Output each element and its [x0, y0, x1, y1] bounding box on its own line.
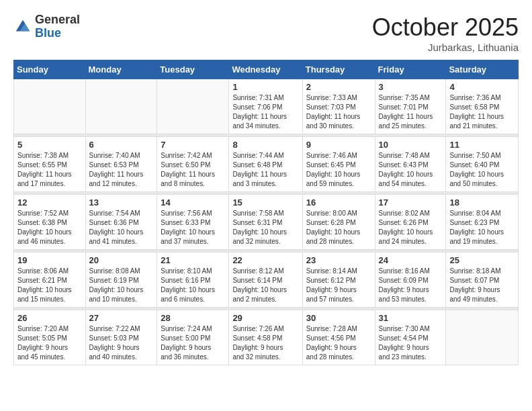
day-info: Sunrise: 7:24 AM Sunset: 5:00 PM Dayligh…: [161, 324, 225, 362]
day-number: 22: [232, 255, 298, 265]
calendar-day-cell: 6Sunrise: 7:40 AM Sunset: 6:53 PM Daylig…: [85, 137, 157, 192]
calendar-day-cell: [157, 79, 229, 134]
day-info: Sunrise: 8:06 AM Sunset: 6:21 PM Dayligh…: [17, 267, 82, 304]
weekday-header-thursday: Thursday: [302, 60, 375, 79]
calendar-day-cell: 28Sunrise: 7:24 AM Sunset: 5:00 PM Dayli…: [157, 310, 229, 365]
day-number: 7: [161, 140, 225, 150]
day-number: 26: [17, 313, 82, 323]
day-info: Sunrise: 7:30 AM Sunset: 4:54 PM Dayligh…: [379, 324, 443, 362]
calendar-week-row: 5Sunrise: 7:38 AM Sunset: 6:55 PM Daylig…: [14, 137, 519, 192]
day-number: 21: [161, 255, 225, 265]
day-info: Sunrise: 7:26 AM Sunset: 4:58 PM Dayligh…: [232, 324, 298, 362]
day-info: Sunrise: 7:40 AM Sunset: 6:53 PM Dayligh…: [89, 151, 154, 189]
day-info: Sunrise: 7:44 AM Sunset: 6:48 PM Dayligh…: [232, 151, 298, 189]
day-number: 19: [17, 255, 82, 265]
logo-icon: [13, 17, 32, 36]
calendar-day-cell: 8Sunrise: 7:44 AM Sunset: 6:48 PM Daylig…: [229, 137, 302, 192]
logo-general-text: General: [35, 13, 80, 26]
day-info: Sunrise: 7:36 AM Sunset: 6:58 PM Dayligh…: [449, 93, 515, 131]
calendar-day-cell: 11Sunrise: 7:50 AM Sunset: 6:40 PM Dayli…: [446, 137, 519, 192]
calendar-week-row: 26Sunrise: 7:20 AM Sunset: 5:05 PM Dayli…: [14, 310, 519, 365]
day-number: 4: [449, 82, 515, 92]
day-number: 16: [306, 197, 371, 208]
day-number: 17: [379, 197, 443, 208]
day-number: 20: [89, 255, 154, 265]
calendar-day-cell: 26Sunrise: 7:20 AM Sunset: 5:05 PM Dayli…: [14, 310, 86, 365]
day-info: Sunrise: 7:48 AM Sunset: 6:43 PM Dayligh…: [379, 151, 443, 189]
day-number: 23: [306, 255, 371, 265]
day-number: 27: [89, 313, 154, 323]
calendar-day-cell: 21Sunrise: 8:10 AM Sunset: 6:16 PM Dayli…: [157, 253, 229, 308]
day-number: 31: [379, 313, 443, 323]
day-number: 1: [232, 82, 298, 92]
day-info: Sunrise: 8:12 AM Sunset: 6:14 PM Dayligh…: [232, 267, 298, 304]
day-info: Sunrise: 7:22 AM Sunset: 5:03 PM Dayligh…: [89, 324, 154, 362]
day-info: Sunrise: 7:50 AM Sunset: 6:40 PM Dayligh…: [449, 151, 515, 189]
day-number: 24: [379, 255, 443, 265]
calendar-day-cell: [446, 310, 519, 365]
day-number: 8: [232, 140, 298, 150]
calendar-day-cell: 10Sunrise: 7:48 AM Sunset: 6:43 PM Dayli…: [375, 137, 446, 192]
day-number: 13: [89, 197, 154, 208]
calendar-day-cell: 17Sunrise: 8:02 AM Sunset: 6:26 PM Dayli…: [375, 195, 446, 250]
day-info: Sunrise: 7:35 AM Sunset: 7:01 PM Dayligh…: [379, 93, 443, 131]
calendar-week-row: 1Sunrise: 7:31 AM Sunset: 7:06 PM Daylig…: [14, 79, 519, 134]
weekday-header-sunday: Sunday: [14, 60, 86, 79]
day-number: 2: [306, 82, 371, 92]
day-number: 25: [449, 255, 515, 265]
day-number: 11: [449, 140, 515, 150]
day-info: Sunrise: 7:38 AM Sunset: 6:55 PM Dayligh…: [17, 151, 82, 189]
day-info: Sunrise: 8:18 AM Sunset: 6:07 PM Dayligh…: [449, 267, 515, 304]
calendar-day-cell: 15Sunrise: 7:58 AM Sunset: 6:31 PM Dayli…: [229, 195, 302, 250]
day-info: Sunrise: 8:02 AM Sunset: 6:26 PM Dayligh…: [379, 209, 443, 246]
calendar-day-cell: 13Sunrise: 7:54 AM Sunset: 6:36 PM Dayli…: [85, 195, 157, 250]
calendar-day-cell: 2Sunrise: 7:33 AM Sunset: 7:03 PM Daylig…: [302, 79, 375, 134]
day-number: 30: [306, 313, 371, 323]
weekday-header-monday: Monday: [85, 60, 157, 79]
calendar-day-cell: 18Sunrise: 8:04 AM Sunset: 6:23 PM Dayli…: [446, 195, 519, 250]
calendar-week-row: 12Sunrise: 7:52 AM Sunset: 6:38 PM Dayli…: [14, 195, 519, 250]
weekday-header-saturday: Saturday: [446, 60, 519, 79]
day-number: 9: [306, 140, 371, 150]
day-number: 10: [379, 140, 443, 150]
calendar-week-row: 19Sunrise: 8:06 AM Sunset: 6:21 PM Dayli…: [14, 253, 519, 308]
calendar-day-cell: 3Sunrise: 7:35 AM Sunset: 7:01 PM Daylig…: [375, 79, 446, 134]
calendar-day-cell: 20Sunrise: 8:08 AM Sunset: 6:19 PM Dayli…: [85, 253, 157, 308]
day-info: Sunrise: 7:56 AM Sunset: 6:33 PM Dayligh…: [161, 209, 225, 246]
calendar-day-cell: 23Sunrise: 8:14 AM Sunset: 6:12 PM Dayli…: [302, 253, 375, 308]
calendar-day-cell: 22Sunrise: 8:12 AM Sunset: 6:14 PM Dayli…: [229, 253, 302, 308]
calendar-day-cell: 9Sunrise: 7:46 AM Sunset: 6:45 PM Daylig…: [302, 137, 375, 192]
day-info: Sunrise: 7:54 AM Sunset: 6:36 PM Dayligh…: [89, 209, 154, 246]
calendar-day-cell: 19Sunrise: 8:06 AM Sunset: 6:21 PM Dayli…: [14, 253, 86, 308]
calendar-day-cell: 14Sunrise: 7:56 AM Sunset: 6:33 PM Dayli…: [157, 195, 229, 250]
calendar-day-cell: 31Sunrise: 7:30 AM Sunset: 4:54 PM Dayli…: [375, 310, 446, 365]
logo: General Blue: [13, 13, 80, 40]
day-number: 29: [232, 313, 298, 323]
calendar-day-cell: 5Sunrise: 7:38 AM Sunset: 6:55 PM Daylig…: [14, 137, 86, 192]
calendar-day-cell: [85, 79, 157, 134]
weekday-header-row: SundayMondayTuesdayWednesdayThursdayFrid…: [14, 60, 519, 79]
calendar-day-cell: 4Sunrise: 7:36 AM Sunset: 6:58 PM Daylig…: [446, 79, 519, 134]
calendar-day-cell: 16Sunrise: 8:00 AM Sunset: 6:28 PM Dayli…: [302, 195, 375, 250]
day-info: Sunrise: 8:00 AM Sunset: 6:28 PM Dayligh…: [306, 209, 371, 246]
day-info: Sunrise: 7:20 AM Sunset: 5:05 PM Dayligh…: [17, 324, 82, 362]
calendar-day-cell: 7Sunrise: 7:42 AM Sunset: 6:50 PM Daylig…: [157, 137, 229, 192]
calendar-day-cell: 27Sunrise: 7:22 AM Sunset: 5:03 PM Dayli…: [85, 310, 157, 365]
day-info: Sunrise: 8:16 AM Sunset: 6:09 PM Dayligh…: [379, 267, 443, 304]
day-info: Sunrise: 8:14 AM Sunset: 6:12 PM Dayligh…: [306, 267, 371, 304]
day-info: Sunrise: 7:42 AM Sunset: 6:50 PM Dayligh…: [161, 151, 225, 189]
day-info: Sunrise: 7:46 AM Sunset: 6:45 PM Dayligh…: [306, 151, 371, 189]
weekday-header-wednesday: Wednesday: [229, 60, 302, 79]
calendar-day-cell: 12Sunrise: 7:52 AM Sunset: 6:38 PM Dayli…: [14, 195, 86, 250]
day-info: Sunrise: 8:10 AM Sunset: 6:16 PM Dayligh…: [161, 267, 225, 304]
day-number: 6: [89, 140, 154, 150]
logo-blue-text: Blue: [35, 26, 61, 40]
day-number: 12: [17, 197, 82, 208]
month-title: October 2025: [372, 13, 519, 42]
day-info: Sunrise: 7:28 AM Sunset: 4:56 PM Dayligh…: [306, 324, 371, 362]
title-area: October 2025 Jurbarkas, Lithuania: [372, 13, 519, 53]
day-number: 15: [232, 197, 298, 208]
day-number: 5: [17, 140, 82, 150]
day-number: 14: [161, 197, 225, 208]
day-info: Sunrise: 8:04 AM Sunset: 6:23 PM Dayligh…: [449, 209, 515, 246]
